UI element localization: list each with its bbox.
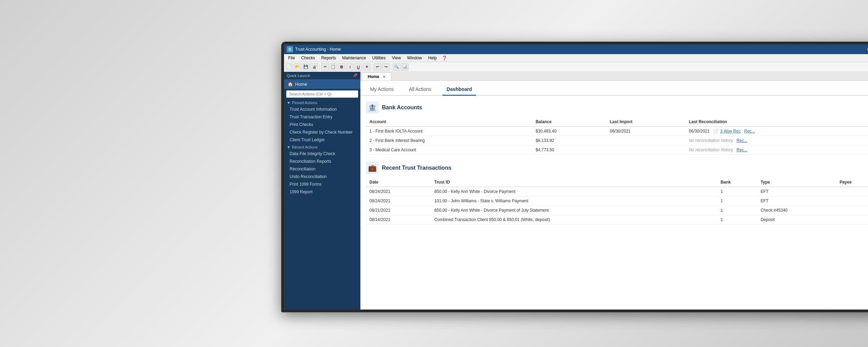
title-bar: ⚙ Trust Accounting - Home _ □ ✕ [284,44,868,54]
sidebar-item-reconciliation[interactable]: Reconciliation [284,165,360,173]
toolbar-copy[interactable]: 📋 [329,63,337,71]
menu-window[interactable]: Window [404,55,425,61]
toolbar-redo[interactable]: ↪ [382,63,390,71]
tab-area: Home ✕ My Actions All Actions [360,72,868,310]
account-balance-2: $9,133.92 [532,136,607,145]
txn-date-4: 08/14/2021 [366,215,431,225]
col-date: Date [366,178,431,187]
quick-launch-header: Quick Launch 📌 [284,72,360,79]
dashboard-content: 🏦 Bank Accounts Account Balance Last Imp… [360,96,868,310]
col-trust-id: Trust ID [431,178,717,187]
account-last-rec-2: No reconciliation history Rec... [685,136,868,145]
app-icon: ⚙ [287,46,293,52]
table-row: 08/24/2021 850.00 - Kelly Ann White - Di… [366,187,868,196]
table-row: 08/24/2021 101.00 - John Williams - Stat… [366,196,868,206]
search-input[interactable] [286,90,358,98]
sidebar-item-trust-transaction-entry[interactable]: Trust Transaction Entry [284,113,360,121]
col-account: Account [366,117,532,127]
action-tab-my-actions[interactable]: My Actions [366,84,398,96]
home-icon: 🏠 [287,82,293,87]
toolbar-cut[interactable]: ✂ [321,63,329,71]
pinned-actions-header: ▼ Pinned Actions [284,99,360,105]
account-name-3: 3 - Medical Care Account [366,145,532,155]
col-type: Type [757,178,836,187]
txn-date-3: 08/21/2021 [366,206,431,215]
toolbar-save[interactable]: 💾 [302,63,310,71]
account-name-1: 1 - First Bank IOLTA Account [366,127,532,136]
bank-accounts-header: 🏦 Bank Accounts [366,101,868,114]
txn-trust-id-3: 850.00 - Kelly Ann White - Divorce Payme… [431,206,717,215]
rec-link-3way[interactable]: 3-Way Rec [720,129,741,134]
menu-help[interactable]: Help [425,55,440,61]
menu-reports[interactable]: Reports [318,55,339,61]
menu-view[interactable]: View [389,55,404,61]
tab-home[interactable]: Home ✕ [362,73,391,81]
toolbar-new[interactable]: 📄 [285,63,293,71]
txn-payee-1 [836,187,868,196]
toolbar-bold[interactable]: B [338,63,345,71]
sidebar-item-undo-reconciliation[interactable]: Undo Reconciliation [284,173,360,180]
collapse-icon-pinned: ▼ [287,101,291,105]
content-area: My Actions All Actions Dashboard [360,81,868,310]
account-balance-3: $4,773.50 [532,145,607,155]
sidebar-item-print-checks[interactable]: Print Checks [284,121,360,128]
txn-bank-3: 1 [717,206,757,215]
txn-payee-4 [836,215,868,225]
txn-trust-id-1: 850.00 - Kelly Ann White - Divorce Payme… [431,187,717,196]
rec-link-2[interactable]: Rec... [736,138,747,143]
toolbar-sep-3 [391,64,391,70]
txn-bank-2: 1 [717,196,757,206]
txn-type-2: EFT [757,196,836,206]
monitor-screen: ⚙ Trust Accounting - Home _ □ ✕ File Che… [284,44,868,310]
recent-transactions-title: Recent Trust Transactions [382,165,451,171]
toolbar-undo[interactable]: ↩ [374,63,381,71]
tab-close-icon[interactable]: ✕ [383,75,385,79]
action-tabs: My Actions All Actions Dashboard [360,81,868,96]
col-bank: Bank [717,178,757,187]
account-last-rec-1: 06/30/2021 📄 3-Way Rec Rec... [685,127,868,136]
rec-link-1[interactable]: Rec... [744,129,755,134]
pinned-actions-label: Pinned Actions [292,101,317,105]
help-icon: ❓ [442,56,447,61]
sidebar-item-check-register[interactable]: Check Register by Check Number [284,128,360,136]
toolbar-underline[interactable]: U [354,63,362,71]
txn-date-2: 08/24/2021 [366,196,431,206]
main-area: Quick Launch 📌 🏠 Home ▼ Pinned Actions [284,72,868,310]
toolbar-chart[interactable]: 📊 [401,63,409,71]
rec-link-3[interactable]: Rec... [736,147,747,152]
txn-type-3: Check #45340 [757,206,836,215]
menu-file[interactable]: File [285,55,298,61]
table-row: 2 - First Bank Interest Bearing $9,133.9… [366,136,868,145]
sidebar-item-print-1099[interactable]: Print 1099 Forms [284,180,360,188]
table-row: 08/14/2021 Combined Transaction Client 8… [366,215,868,225]
action-tab-all-actions[interactable]: All Actions [405,84,436,96]
toolbar-x[interactable]: ✕ [363,63,370,71]
table-row: 08/21/2021 850.00 - Kelly Ann White - Di… [366,206,868,215]
menu-maintenance[interactable]: Maintenance [339,55,369,61]
sidebar-item-reconciliation-reports[interactable]: Reconciliation Reports [284,158,360,165]
toolbar-italic[interactable]: I [346,63,354,71]
menu-utilities[interactable]: Utilities [369,55,389,61]
recent-actions-header: ▼ Recent Actions [284,144,360,150]
menu-bar: File Checks Reports Maintenance Utilitie… [284,54,868,62]
menu-checks[interactable]: Checks [298,55,318,61]
sidebar-item-client-trust-ledger[interactable]: Client Trust Ledger [284,136,360,144]
toolbar-open[interactable]: 📂 [294,63,301,71]
toolbar-search[interactable]: 🔍 [393,63,400,71]
sidebar-item-data-file-integrity[interactable]: Data File Integrity Check [284,150,360,158]
window-title: Trust Accounting - Home [295,47,865,52]
sidebar-item-1099-report[interactable]: 1099 Report [284,188,360,196]
toolbar-print[interactable]: 🖨 [310,63,318,71]
sidebar-home[interactable]: 🏠 Home [284,79,360,89]
account-last-rec-3: No reconciliation history Rec... [685,145,868,155]
recent-actions-label: Recent Actions [292,145,317,149]
action-tab-dashboard[interactable]: Dashboard [442,84,476,96]
toolbar-sep-2 [372,64,372,70]
txn-bank-4: 1 [717,215,757,225]
rec-pdf-icon: 📄 [713,129,718,134]
tab-bar: Home ✕ [360,72,868,81]
txn-payee-3 [836,206,868,215]
collapse-icon-recent: ▼ [287,145,291,149]
sidebar-item-trust-account-info[interactable]: Trust Account Information [284,105,360,113]
account-last-import-2 [606,136,685,145]
